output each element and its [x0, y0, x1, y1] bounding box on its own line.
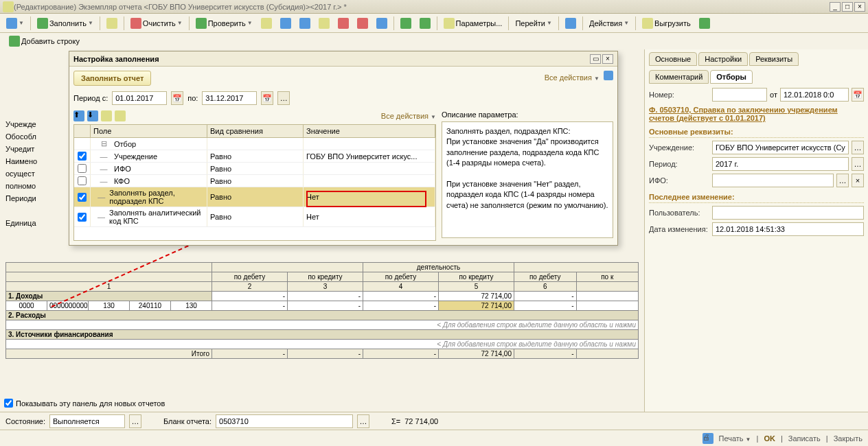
org-label: Учреждение: [649, 143, 709, 152]
dialog-title: Настройка заполнения [73, 55, 590, 63]
section-3[interactable]: 3. Источники финансирования [6, 330, 639, 340]
filter-row-4[interactable]: —Заполнять аналитический код КПС Равно Н… [74, 207, 435, 227]
unload-button[interactable]: Выгрузить [639, 16, 694, 31]
number-input[interactable] [712, 88, 767, 102]
edit-button[interactable] [103, 16, 121, 31]
form-link[interactable]: Ф. 0503710, Справка по заключению учрежд… [649, 106, 864, 122]
tb-b[interactable] [277, 16, 295, 31]
tab-comment[interactable]: Комментарий [649, 70, 709, 84]
minimize-button[interactable]: _ [830, 2, 841, 12]
sigma-button[interactable]: ▼ [3, 16, 27, 31]
fill-report-button[interactable]: Заполнить отчет [73, 71, 151, 86]
tb-g[interactable] [373, 16, 391, 31]
period-ellipsis[interactable]: … [277, 91, 290, 105]
period-input[interactable] [712, 157, 849, 171]
add-hint-1[interactable]: < Для добавления строк выделите данную о… [6, 320, 639, 330]
print-button[interactable]: Печать ▼ [719, 434, 751, 443]
help-button[interactable] [562, 16, 580, 31]
changed-label: Дата изменения: [649, 225, 709, 233]
show-panel-checkbox[interactable] [4, 399, 13, 408]
param-desc-title: Описание параметра: [442, 110, 613, 119]
col-field[interactable]: Поле [91, 125, 207, 137]
check-dropdown[interactable]: Проверить▼ [192, 16, 256, 31]
copy-icon[interactable] [101, 110, 112, 121]
section-2[interactable]: 2. Расходы [6, 311, 639, 320]
close-button[interactable]: × [854, 2, 865, 12]
org-input[interactable] [712, 141, 849, 154]
window-titlebar: (Редактирование) Экземпляр отчета <ГОБУ … [0, 0, 868, 14]
arrow-down-icon[interactable]: ⬇ [87, 110, 98, 121]
tab-main[interactable]: Основные [649, 52, 697, 66]
filter-row-0[interactable]: —Учреждение Равно ГОБУ ВПО Университет и… [74, 150, 435, 163]
goto-dropdown[interactable]: Перейти▼ [512, 16, 556, 31]
all-actions-grid[interactable]: Все действия ▼ [381, 112, 436, 120]
tb-e[interactable] [334, 16, 352, 31]
actions-dropdown[interactable]: Действия▼ [586, 16, 632, 31]
params-button[interactable]: Параметры... [440, 16, 506, 31]
code-0000[interactable]: 0000 [6, 301, 47, 311]
filter-chk-1[interactable] [78, 164, 87, 173]
col-val[interactable]: Значение [304, 125, 435, 137]
ok-button[interactable]: OK [764, 434, 775, 443]
filter-chk-4[interactable] [78, 213, 87, 222]
tb-h[interactable] [397, 16, 415, 31]
ifo-ellipsis[interactable]: … [836, 174, 849, 187]
tb-d[interactable] [315, 16, 333, 31]
filter-group[interactable]: Отбор [114, 140, 136, 148]
add-hint-2[interactable]: < Для добавления строк выделите данную о… [6, 340, 639, 349]
add-row-label: Добавить строку [21, 37, 80, 45]
save-button[interactable]: Записать [788, 434, 821, 443]
number-label: Номер: [649, 91, 709, 99]
ifo-input[interactable] [712, 174, 834, 187]
blank-input[interactable] [216, 414, 353, 428]
tab-props[interactable]: Реквизиты [749, 52, 799, 66]
maximize-button[interactable]: □ [842, 2, 853, 12]
fill-dropdown[interactable]: Заполнить▼ [34, 16, 97, 31]
clear-dropdown[interactable]: Очистить▼ [127, 16, 186, 31]
close-window-button[interactable]: Закрыть [834, 434, 863, 443]
blank-ellipsis[interactable]: … [357, 414, 369, 428]
period-ellipsis-r[interactable]: … [852, 157, 864, 171]
arrow-up-icon[interactable]: ⬆ [73, 110, 84, 121]
col-cmp[interactable]: Вид сравнения [207, 125, 304, 137]
state-ellipsis[interactable]: … [129, 414, 141, 428]
filter-chk-0[interactable] [78, 152, 87, 161]
actions-label: Действия [589, 19, 622, 27]
ifo-clear[interactable]: × [852, 174, 864, 187]
filter-row-1[interactable]: —ИФО Равно [74, 163, 435, 175]
check-label: Проверить [208, 19, 246, 27]
changed-input [712, 222, 864, 236]
filter-row-2[interactable]: —КФО Равно [74, 175, 435, 187]
tab-filters[interactable]: Отборы [710, 70, 753, 84]
excel-button[interactable] [696, 16, 713, 31]
goto-label: Перейти [515, 19, 545, 27]
help-icon[interactable] [604, 71, 613, 80]
tb-i[interactable] [416, 16, 434, 31]
state-input[interactable] [49, 414, 125, 428]
user-input[interactable] [712, 206, 864, 220]
tab-settings[interactable]: Настройки [698, 52, 748, 66]
sum-label: Σ= [391, 417, 400, 425]
period-from-input[interactable] [112, 91, 167, 105]
filter-chk-3[interactable] [78, 193, 87, 202]
filter-row-3[interactable]: —Заполнять раздел, подраздел КПС Равно Н… [74, 187, 435, 207]
tb-a[interactable] [258, 16, 275, 31]
add-row-button[interactable]: Добавить строку [5, 34, 83, 49]
cal-from-icon[interactable]: 📅 [171, 91, 183, 105]
main-toolbar: ▼ Заполнить▼ Очистить▼ Проверить▼ Параме… [0, 14, 868, 33]
cal-to-icon[interactable]: 📅 [261, 91, 273, 105]
copy2-icon[interactable] [115, 110, 126, 121]
tb-c[interactable] [296, 16, 314, 31]
date-input[interactable] [780, 88, 849, 102]
section-1[interactable]: 1. Доходы [6, 292, 212, 301]
date-cal-icon[interactable]: 📅 [852, 88, 864, 102]
print-icon[interactable]: 🖨 [703, 433, 713, 444]
clear-label: Очистить [143, 19, 176, 27]
filter-chk-2[interactable] [78, 176, 87, 185]
org-ellipsis[interactable]: … [852, 141, 864, 154]
dialog-close-button[interactable]: × [602, 54, 613, 64]
period-to-input[interactable] [202, 91, 257, 105]
tb-f[interactable] [354, 16, 372, 31]
all-actions-top[interactable]: Все действия ▼ [545, 71, 613, 82]
dialog-pin-button[interactable]: ▭ [590, 54, 601, 64]
